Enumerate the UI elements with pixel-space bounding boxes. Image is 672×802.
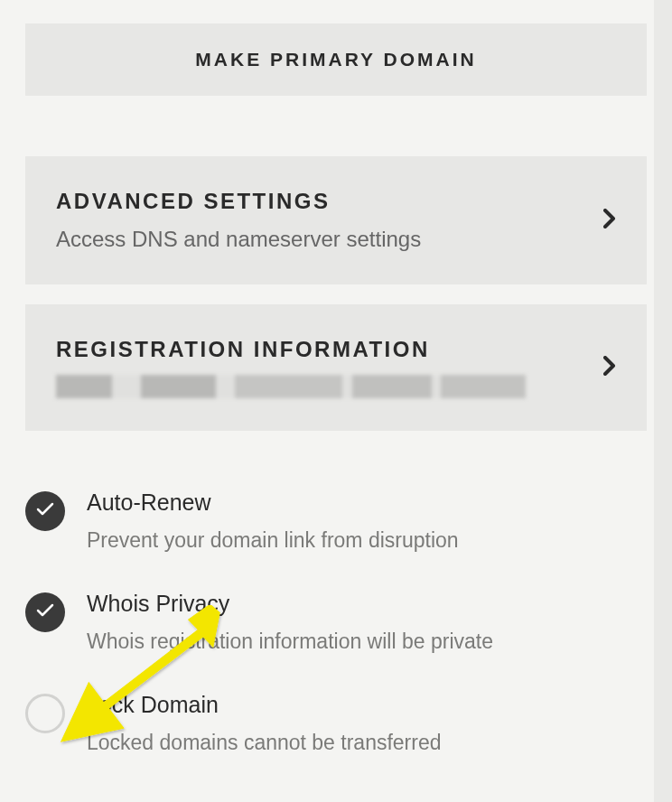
advanced-settings-desc: Access DNS and nameserver settings bbox=[56, 227, 593, 252]
advanced-settings-title: ADVANCED SETTINGS bbox=[56, 189, 593, 214]
whois-privacy-text: Whois Privacy Whois registration informa… bbox=[87, 591, 647, 654]
lock-domain-desc: Locked domains cannot be transferred bbox=[87, 731, 647, 755]
whois-privacy-toggle[interactable] bbox=[25, 592, 65, 632]
make-primary-domain-label: MAKE PRIMARY DOMAIN bbox=[195, 49, 476, 70]
toggles-section: Auto-Renew Prevent your domain link from… bbox=[25, 490, 647, 755]
whois-privacy-row: Whois Privacy Whois registration informa… bbox=[25, 591, 647, 654]
make-primary-domain-button[interactable]: MAKE PRIMARY DOMAIN bbox=[25, 23, 647, 96]
whois-privacy-desc: Whois registration information will be p… bbox=[87, 629, 647, 654]
lock-domain-row: Lock Domain Locked domains cannot be tra… bbox=[25, 692, 647, 755]
registration-information-redacted bbox=[56, 375, 526, 398]
auto-renew-toggle[interactable] bbox=[25, 491, 65, 531]
right-edge-strip bbox=[654, 0, 672, 802]
check-icon bbox=[36, 603, 54, 621]
registration-information-card[interactable]: REGISTRATION INFORMATION bbox=[25, 304, 647, 431]
advanced-settings-card[interactable]: ADVANCED SETTINGS Access DNS and nameser… bbox=[25, 156, 647, 284]
auto-renew-row: Auto-Renew Prevent your domain link from… bbox=[25, 490, 647, 553]
advanced-settings-content: ADVANCED SETTINGS Access DNS and nameser… bbox=[56, 189, 593, 252]
auto-renew-title: Auto-Renew bbox=[87, 490, 647, 516]
chevron-right-icon bbox=[603, 356, 616, 379]
check-icon bbox=[36, 502, 54, 520]
whois-privacy-title: Whois Privacy bbox=[87, 591, 647, 617]
chevron-right-icon bbox=[603, 209, 616, 232]
lock-domain-text: Lock Domain Locked domains cannot be tra… bbox=[87, 692, 647, 755]
auto-renew-desc: Prevent your domain link from disruption bbox=[87, 528, 647, 553]
registration-information-content: REGISTRATION INFORMATION bbox=[56, 337, 593, 398]
auto-renew-text: Auto-Renew Prevent your domain link from… bbox=[87, 490, 647, 553]
lock-domain-toggle[interactable] bbox=[25, 694, 65, 733]
registration-information-title: REGISTRATION INFORMATION bbox=[56, 337, 593, 362]
lock-domain-title: Lock Domain bbox=[87, 692, 647, 718]
